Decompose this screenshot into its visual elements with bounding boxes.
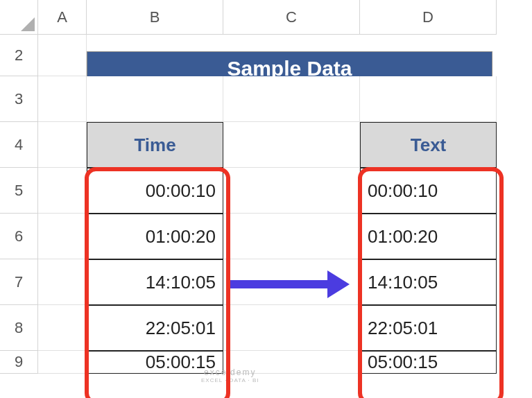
cell-D9[interactable]: 05:00:15 (360, 351, 497, 374)
cell-B8[interactable]: 22:05:01 (87, 305, 223, 351)
row-header-8[interactable]: 8 (0, 305, 38, 351)
watermark: exceldemy EXCEL · DATA · BI (201, 367, 259, 383)
cell-C5[interactable] (223, 168, 360, 214)
col-header-D[interactable]: D (360, 0, 497, 35)
row-header-7[interactable]: 7 (0, 259, 38, 305)
banner-container: Sample Data (87, 35, 497, 76)
cell-C8[interactable] (223, 305, 360, 351)
cell-A8[interactable] (38, 305, 87, 351)
col-header-B[interactable]: B (87, 0, 223, 35)
cell-B5[interactable]: 00:00:10 (87, 168, 223, 214)
cell-B6[interactable]: 01:00:20 (87, 214, 223, 259)
col-header-A[interactable]: A (38, 0, 87, 35)
watermark-main: exceldemy (204, 367, 256, 377)
watermark-sub: EXCEL · DATA · BI (201, 377, 259, 383)
cell-D3[interactable] (360, 76, 497, 122)
row-header-4[interactable]: 4 (0, 122, 38, 168)
cell-A5[interactable] (38, 168, 87, 214)
table-header-time[interactable]: Time (87, 122, 223, 168)
arrow-icon (228, 276, 350, 293)
spreadsheet-grid: A B C D 2 Sample Data 3 4 Time Text 5 00… (0, 0, 532, 374)
row-header-5[interactable]: 5 (0, 168, 38, 214)
cell-A2[interactable] (38, 35, 87, 76)
row-header-9[interactable]: 9 (0, 351, 38, 374)
cell-D6[interactable]: 01:00:20 (360, 214, 497, 259)
cell-D7[interactable]: 14:10:05 (360, 259, 497, 305)
col-header-C[interactable]: C (223, 0, 360, 35)
cell-A4[interactable] (38, 122, 87, 168)
cell-D5[interactable]: 00:00:10 (360, 168, 497, 214)
cell-C4[interactable] (223, 122, 360, 168)
table-header-text[interactable]: Text (360, 122, 497, 168)
cell-A7[interactable] (38, 259, 87, 305)
cell-B7[interactable]: 14:10:05 (87, 259, 223, 305)
cell-A6[interactable] (38, 214, 87, 259)
row-header-2[interactable]: 2 (0, 35, 38, 76)
cell-C3[interactable] (223, 76, 360, 122)
select-all-corner[interactable] (0, 0, 38, 35)
cell-A9[interactable] (38, 351, 87, 374)
row-header-6[interactable]: 6 (0, 214, 38, 259)
cell-A3[interactable] (38, 76, 87, 122)
cell-C6[interactable] (223, 214, 360, 259)
row-header-3[interactable]: 3 (0, 76, 38, 122)
cell-D8[interactable]: 22:05:01 (360, 305, 497, 351)
cell-B3[interactable] (87, 76, 223, 122)
